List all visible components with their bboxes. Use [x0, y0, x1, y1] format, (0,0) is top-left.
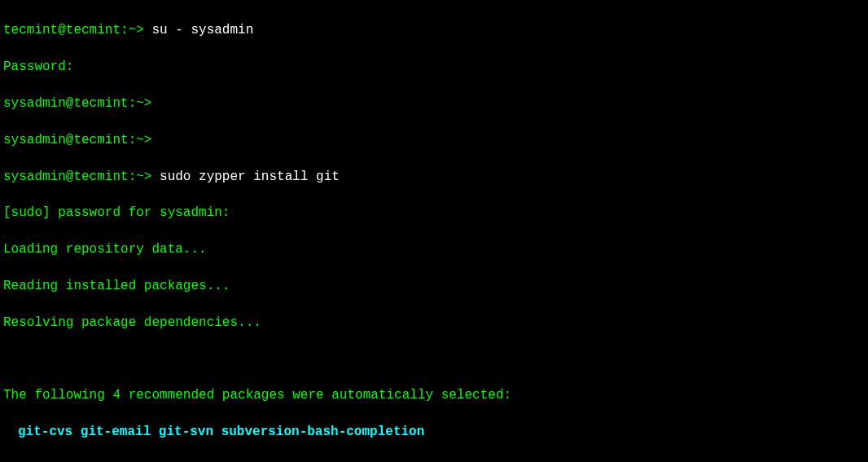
prompt-tecmint: tecmint@tecmint:~> — [3, 23, 144, 37]
cmd-zypper: sudo zypper install git — [151, 169, 339, 184]
recommended-packages: git-cvs git-email git-svn subversion-bas… — [3, 423, 865, 441]
sudo-password: [sudo] password for sysadmin: — [3, 204, 865, 222]
recommended-header: The following 4 recommended packages wer… — [3, 386, 865, 404]
reading-packages: Reading installed packages... — [3, 277, 865, 295]
password-prompt: Password: — [3, 58, 865, 76]
cmd-su: su - sysadmin — [144, 23, 253, 37]
terminal[interactable]: tecmint@tecmint:~> su - sysadmin Passwor… — [3, 3, 865, 462]
prompt-sysadmin-3: sysadmin@tecmint:~> — [3, 169, 151, 184]
prompt-sysadmin-1: sysadmin@tecmint:~> — [3, 95, 865, 112]
prompt-sysadmin-2: sysadmin@tecmint:~> — [3, 131, 865, 149]
loading-repo: Loading repository data... — [3, 240, 865, 258]
resolving-deps: Resolving package dependencies... — [3, 314, 865, 332]
